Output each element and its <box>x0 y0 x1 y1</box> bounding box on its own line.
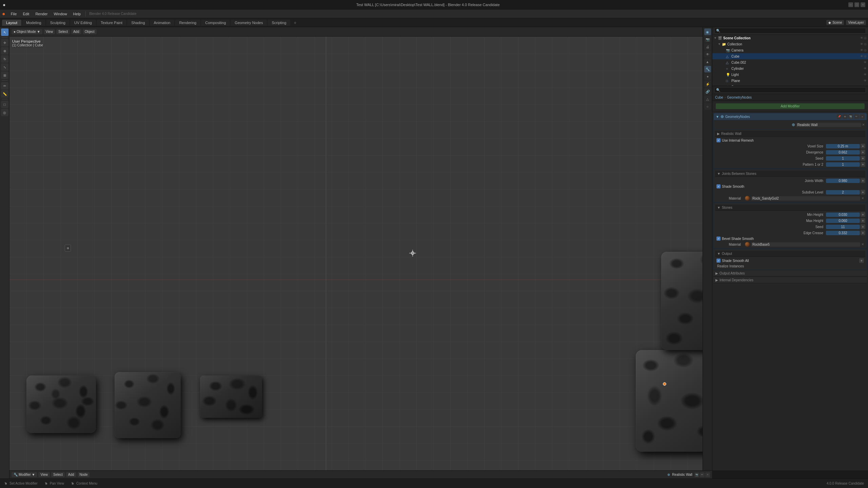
camera-row[interactable]: 📷 Camera 👁 ◎ <box>712 47 868 53</box>
voxel-size-value[interactable]: 0.25 m <box>826 144 860 148</box>
footer-node-btn[interactable]: Node <box>78 472 90 477</box>
internal-deps-header[interactable]: ▶ Internal Dependencies <box>713 277 867 283</box>
side-icon-particles[interactable]: ✦ <box>704 73 711 80</box>
joints-width-value[interactable]: 0.980 <box>826 179 860 183</box>
side-icon-material[interactable]: ○ <box>704 103 711 110</box>
ws-animation[interactable]: Animation <box>150 20 175 26</box>
tool-transform[interactable]: ⊞ <box>1 72 8 79</box>
select-menu[interactable]: Select <box>56 29 70 34</box>
voxel-size-plus-btn[interactable]: + <box>861 144 865 148</box>
cube002-eye-btn[interactable]: 👁 <box>864 61 867 64</box>
menu-file[interactable]: File <box>8 11 20 17</box>
tool-select[interactable]: ↖ <box>1 28 8 36</box>
footer-add-btn[interactable]: Add <box>66 472 76 477</box>
cube-eye-btn[interactable]: 👁 <box>860 55 863 58</box>
footer-select-btn[interactable]: Select <box>51 472 65 477</box>
cube002-row[interactable]: △ Cube.002 👁 <box>712 59 868 65</box>
side-icon-constraints[interactable]: 🔗 <box>704 88 711 95</box>
view-menu[interactable]: View <box>44 29 55 34</box>
ws-layout[interactable]: Layout <box>2 20 21 26</box>
node-group-select[interactable]: Realistic Wall <box>796 123 861 127</box>
node-group-x-btn[interactable]: × <box>862 122 865 127</box>
light-eye-btn[interactable]: 👁 <box>864 73 867 76</box>
shade-smooth-all-checkbox[interactable]: ✓ <box>716 259 721 263</box>
tool-add-obj[interactable]: ◎ <box>1 109 8 116</box>
object-menu[interactable]: Object <box>83 29 97 34</box>
tool-scale[interactable]: ⤡ <box>1 63 8 71</box>
side-icon-view[interactable]: 👁 <box>704 51 711 58</box>
plane-row[interactable]: □ Plane 👁 <box>712 78 868 84</box>
side-icon-scene[interactable]: ◉ <box>704 28 711 35</box>
use-internal-remesh-checkbox[interactable]: ✓ <box>716 138 721 142</box>
pattern-value[interactable]: 1 <box>826 162 860 167</box>
modifier-search-input[interactable] <box>714 87 866 93</box>
tool-add-cube[interactable]: □ <box>1 101 8 108</box>
ws-scripting[interactable]: Scripting <box>268 20 290 26</box>
footer-ng-btn2[interactable]: ✏ <box>700 472 705 477</box>
outliner-search-input[interactable] <box>714 28 866 34</box>
tool-cursor[interactable]: ✛ <box>1 39 8 46</box>
3d-viewport[interactable]: User Perspective (1) Collection | Cube X… <box>9 37 800 470</box>
add-modifier-btn[interactable]: Add Modifier <box>716 103 865 109</box>
ws-uv-editing[interactable]: UV Editing <box>70 20 96 26</box>
close-btn[interactable]: × <box>861 2 865 7</box>
breadcrumb-cube[interactable]: Cube <box>715 96 723 99</box>
footer-view-btn[interactable]: View <box>38 472 50 477</box>
cube-sel-btn[interactable]: ◎ <box>864 55 867 58</box>
joints-width-plus-btn[interactable]: + <box>861 178 865 183</box>
ws-add-tab[interactable]: + <box>291 19 299 26</box>
footer-ng-btn1[interactable]: 📷 <box>694 472 699 477</box>
menu-edit[interactable]: Edit <box>20 11 32 17</box>
add-menu[interactable]: Add <box>71 29 81 34</box>
menu-window[interactable]: Window <box>51 11 70 17</box>
bevel-shade-smooth-checkbox[interactable]: ✓ <box>716 237 721 241</box>
light-row[interactable]: 💡 Light 👁 <box>712 72 868 78</box>
stones-seed-plus-btn[interactable]: + <box>861 224 865 229</box>
shade-smooth-all-plus-btn[interactable]: + <box>859 258 864 263</box>
coll-sel-btn[interactable]: ◎ <box>864 42 867 46</box>
seed-value[interactable]: 1 <box>826 156 860 161</box>
min-height-value[interactable]: 0.030 <box>826 212 860 217</box>
stones-seed-value[interactable]: 11 <box>826 225 860 229</box>
max-height-plus-btn[interactable]: + <box>861 218 865 223</box>
tool-move[interactable]: ⊕ <box>1 47 8 55</box>
output-section-header[interactable]: ▼ Output <box>715 251 865 257</box>
plane-eye-btn[interactable]: 👁 <box>864 79 867 82</box>
footer-ng-btn3[interactable]: × <box>705 472 710 477</box>
cyl-eye-btn[interactable]: 👁 <box>864 67 867 70</box>
cube-row[interactable]: △ Cube 👁 ◎ <box>712 53 868 59</box>
stones-section-header[interactable]: ▼ Stones <box>715 205 865 211</box>
scene-collection-row[interactable]: ▼ 🎬 Scene Collection 👁 ◎ <box>712 35 868 41</box>
divergence-plus-btn[interactable]: + <box>861 150 865 155</box>
mod-pin-btn[interactable]: 📌 <box>837 114 842 119</box>
minimize-btn[interactable]: ─ <box>848 2 853 7</box>
divergence-value[interactable]: 0.662 <box>826 150 860 155</box>
mod-close-btn[interactable]: × <box>860 114 865 119</box>
menu-render[interactable]: Render <box>33 11 50 17</box>
ws-geometry-nodes[interactable]: Geometry Nodes <box>231 20 267 26</box>
cylinder-row[interactable]: ○ Cylinder 👁 <box>712 65 868 72</box>
edge-crease-value[interactable]: 0.332 <box>826 231 860 235</box>
tool-measure[interactable]: 📏 <box>1 90 8 98</box>
side-icon-physics[interactable]: ⚡ <box>704 81 711 87</box>
side-icon-data[interactable]: △ <box>704 96 711 102</box>
shade-smooth-joints-checkbox[interactable]: ✓ <box>716 184 721 188</box>
subdive-level-value[interactable]: 2 <box>826 190 860 195</box>
mod-vis-btn[interactable]: 👁 <box>843 114 847 119</box>
joints-section-header[interactable]: ▼ Joints Between Stones <box>715 171 865 177</box>
sc-eye-btn[interactable]: 👁 <box>860 36 863 40</box>
cam-eye-btn[interactable]: 👁 <box>860 48 863 52</box>
mode-select-btn[interactable]: ● Object Mode ▼ <box>12 29 42 34</box>
view-layer-selector[interactable]: ViewLayer <box>846 20 866 25</box>
tool-annotate[interactable]: ✏ <box>1 82 8 89</box>
side-icon-output[interactable]: 🖨 <box>704 43 711 50</box>
breadcrumb-geonode[interactable]: GeometryNodes <box>727 96 752 99</box>
subdive-level-plus-btn[interactable]: + <box>861 190 865 195</box>
sc-sel-btn[interactable]: ◎ <box>864 36 867 40</box>
side-icon-modifier[interactable]: 🔧 <box>704 66 711 73</box>
pattern-plus-btn[interactable]: + <box>861 162 865 167</box>
output-attrs-header[interactable]: ▶ Output Attributes <box>713 270 867 277</box>
stones-material-name[interactable]: RockBase5 <box>751 242 860 247</box>
tool-rotate[interactable]: ↻ <box>1 55 8 63</box>
ws-modeling[interactable]: Modeling <box>22 20 45 26</box>
